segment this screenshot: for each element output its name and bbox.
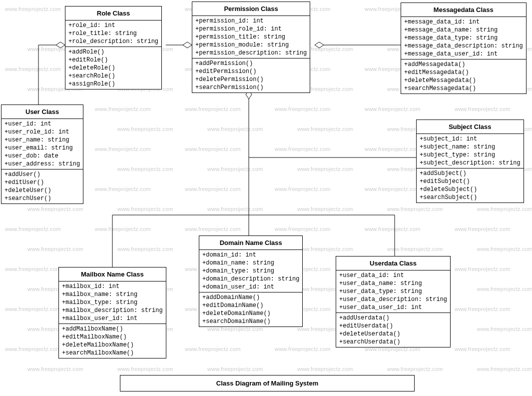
class-title: Permission Class bbox=[192, 2, 310, 16]
attributes-section: +user_id: int +user_role_id: int +user_n… bbox=[1, 119, 83, 170]
class-title: User Class bbox=[1, 105, 83, 119]
method: +deleteRole() bbox=[68, 64, 158, 72]
methods-section: +addUserdata() +editUserdata() +deleteUs… bbox=[336, 313, 450, 347]
watermark-text: www.freeprojectz.com bbox=[365, 186, 421, 192]
method: +editMessagedata() bbox=[404, 68, 523, 76]
watermark-text: www.freeprojectz.com bbox=[95, 226, 151, 232]
method: +searchMessagedata() bbox=[404, 84, 523, 92]
watermark-text: www.freeprojectz.com bbox=[5, 66, 61, 72]
method: +addUser() bbox=[4, 170, 80, 178]
watermark-text: www.freeprojectz.com bbox=[27, 206, 83, 212]
method: +deleteDomainName() bbox=[202, 310, 299, 318]
attributes-section: +subject_id: int +subject_name: string +… bbox=[417, 134, 524, 168]
attr: +user_dob: date bbox=[4, 152, 80, 160]
watermark-text: www.freeprojectz.com bbox=[185, 186, 241, 192]
method: +addUserdata() bbox=[339, 314, 447, 322]
attr: +domain_id: int bbox=[202, 251, 299, 259]
class-title: Role Class bbox=[65, 6, 161, 20]
watermark-text: www.freeprojectz.com bbox=[117, 206, 173, 212]
attr: +message_data_name: string bbox=[404, 26, 523, 34]
method: +searchMailboxName() bbox=[62, 349, 163, 357]
watermark-text: www.freeprojectz.com bbox=[365, 106, 421, 112]
methods-section: +addUser() +editUser() +deleteUser() +se… bbox=[1, 170, 83, 204]
class-messagedata: Messagedata Class +message_data_id: int … bbox=[401, 2, 527, 94]
watermark-text: www.freeprojectz.com bbox=[297, 126, 353, 132]
watermark-text: www.freeprojectz.com bbox=[95, 146, 151, 152]
method: +searchUserdata() bbox=[339, 338, 447, 346]
attributes-section: +domain_id: int +domain_name: string +do… bbox=[199, 250, 302, 292]
attr: +role_id: int bbox=[68, 22, 158, 30]
class-subject: Subject Class +subject_id: int +subject_… bbox=[416, 120, 524, 203]
attributes-section: +message_data_id: int +message_data_name… bbox=[401, 17, 526, 60]
method: +editMailboxName() bbox=[62, 333, 163, 341]
watermark-text: www.freeprojectz.com bbox=[387, 366, 443, 372]
attr: +domain_name: string bbox=[202, 259, 299, 267]
attr: +message_data_type: string bbox=[404, 34, 523, 42]
watermark-text: www.freeprojectz.com bbox=[477, 206, 532, 212]
attributes-section: +role_id: int +role_title: string +role_… bbox=[65, 20, 161, 47]
attr: +subject_name: string bbox=[420, 143, 521, 151]
method: +deletePermission() bbox=[195, 76, 307, 84]
watermark-text: www.freeprojectz.com bbox=[477, 326, 532, 332]
method: +editUserdata() bbox=[339, 322, 447, 330]
class-title: Domain Name Class bbox=[199, 236, 302, 250]
method: +addMessagedata() bbox=[404, 60, 523, 68]
watermark-text: www.freeprojectz.com bbox=[297, 246, 353, 252]
class-user: User Class +user_id: int +user_role_id: … bbox=[1, 104, 83, 204]
attr: +role_description: string bbox=[68, 38, 158, 46]
watermark-text: www.freeprojectz.com bbox=[27, 366, 83, 372]
watermark-text: www.freeprojectz.com bbox=[297, 166, 353, 172]
method: +deleteMessagedata() bbox=[404, 76, 523, 84]
watermark-text: www.freeprojectz.com bbox=[185, 346, 241, 352]
method: +editRole() bbox=[68, 56, 158, 64]
attr: +user_data_description: string bbox=[339, 296, 447, 304]
method: +addPermission() bbox=[195, 60, 307, 68]
attributes-section: +permission_id: int +permission_role_id:… bbox=[192, 16, 310, 58]
watermark-text: www.freeprojectz.com bbox=[477, 366, 532, 372]
watermark-text: www.freeprojectz.com bbox=[297, 206, 353, 212]
attr: +message_data_id: int bbox=[404, 18, 523, 26]
watermark-text: www.freeprojectz.com bbox=[185, 226, 241, 232]
method: +searchRole() bbox=[68, 72, 158, 80]
method: +editUser() bbox=[4, 178, 80, 186]
watermark-text: www.freeprojectz.com bbox=[5, 6, 61, 12]
watermark-text: www.freeprojectz.com bbox=[207, 126, 263, 132]
watermark-text: www.freeprojectz.com bbox=[275, 186, 331, 192]
watermark-text: www.freeprojectz.com bbox=[207, 166, 263, 172]
attr: +domain_description: string bbox=[202, 275, 299, 283]
watermark-text: www.freeprojectz.com bbox=[117, 166, 173, 172]
watermark-text: www.freeprojectz.com bbox=[275, 146, 331, 152]
watermark-text: www.freeprojectz.com bbox=[117, 126, 173, 132]
watermark-text: www.freeprojectz.com bbox=[455, 266, 511, 272]
attr: +subject_type: string bbox=[420, 151, 521, 159]
methods-section: +addSubject() +editSubject() +deleteSubj… bbox=[417, 168, 524, 202]
method: +searchPermission() bbox=[195, 84, 307, 92]
watermark-text: www.freeprojectz.com bbox=[185, 106, 241, 112]
attr: +user_data_id: int bbox=[339, 272, 447, 280]
method: +deleteUser() bbox=[4, 186, 80, 194]
watermark-text: www.freeprojectz.com bbox=[297, 366, 353, 372]
watermark-text: www.freeprojectz.com bbox=[5, 306, 61, 312]
attr: +user_data_user_id: int bbox=[339, 304, 447, 312]
diagram-caption: Class Diagram of Mailing System bbox=[120, 375, 415, 392]
watermark-text: www.freeprojectz.com bbox=[455, 346, 511, 352]
watermark-text: www.freeprojectz.com bbox=[477, 286, 532, 292]
watermark-text: www.freeprojectz.com bbox=[117, 366, 173, 372]
watermark-text: www.freeprojectz.com bbox=[387, 246, 443, 252]
attr: +user_address: string bbox=[4, 160, 80, 168]
attr: +permission_role_id: int bbox=[195, 25, 307, 33]
method: +editDomainName() bbox=[202, 302, 299, 310]
attributes-section: +mailbox_id: int +mailbox_name: string +… bbox=[59, 282, 166, 324]
attr: +mailbox_type: string bbox=[62, 298, 163, 306]
watermark-text: www.freeprojectz.com bbox=[5, 346, 61, 352]
methods-section: +addPermission() +editPermission() +dele… bbox=[192, 58, 310, 92]
class-domain: Domain Name Class +domain_id: int +domai… bbox=[199, 236, 303, 327]
method: +searchUser() bbox=[4, 194, 80, 202]
method: +searchDomainName() bbox=[202, 318, 299, 326]
method: +deleteSubject() bbox=[420, 186, 521, 194]
attr: +user_role_id: int bbox=[4, 128, 80, 136]
attr: +mailbox_name: string bbox=[62, 290, 163, 298]
method: +addDomainName() bbox=[202, 294, 299, 302]
method: +editSubject() bbox=[420, 178, 521, 186]
methods-section: +addRole() +editRole() +deleteRole() +se… bbox=[65, 47, 161, 89]
